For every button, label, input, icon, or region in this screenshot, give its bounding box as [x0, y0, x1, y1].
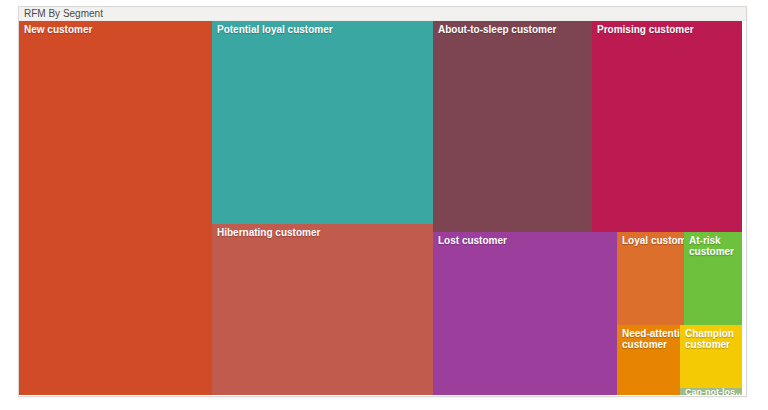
tile-label: Can-not-los… [680, 388, 742, 395]
tile-label: Potential loyal customer [212, 21, 433, 35]
tile-label-line: customer [622, 339, 680, 350]
treemap-tile-potential-loyal-customer[interactable]: Potential loyal customer [212, 21, 433, 224]
treemap-tile-lost-customer[interactable]: Lost customer [433, 232, 617, 395]
tile-label-line: Champion [685, 328, 742, 339]
visual-title: RFM By Segment [19, 8, 103, 19]
treemap-tile-champion-customer[interactable]: Champion customer [680, 325, 742, 388]
treemap-tile-can-not-lose-customer[interactable]: Can-not-los… [680, 388, 742, 395]
tile-label: Need-attenti… customer [617, 325, 680, 350]
tile-label-line: customer [689, 246, 742, 257]
tile-label-line: customer [685, 339, 742, 350]
tile-label: At-risk customer [684, 232, 742, 257]
treemap-tile-loyal-customer[interactable]: Loyal customer [617, 232, 684, 325]
visual-header: RFM By Segment [19, 7, 746, 21]
tile-label: About-to-sleep customer [433, 21, 592, 35]
tile-label: Hibernating customer [212, 224, 433, 238]
treemap-tile-need-attention-customer[interactable]: Need-attenti… customer [617, 325, 680, 395]
tile-label: New customer [19, 21, 212, 35]
treemap-tile-about-to-sleep-customer[interactable]: About-to-sleep customer [433, 21, 592, 232]
treemap-tile-promising-customer[interactable]: Promising customer [592, 21, 742, 232]
treemap-tile-at-risk-customer[interactable]: At-risk customer [684, 232, 742, 325]
tile-label: Promising customer [592, 21, 742, 35]
tile-label-line: At-risk [689, 235, 742, 246]
tile-label: Champion customer [680, 325, 742, 350]
treemap-chart: New customer Potential loyal customer Hi… [19, 21, 742, 395]
treemap-tile-new-customer[interactable]: New customer [19, 21, 212, 395]
tile-label: Loyal customer [617, 232, 684, 246]
rfm-treemap-visual-card: RFM By Segment New customer Potential lo… [18, 6, 747, 397]
tile-label-line: Need-attenti… [622, 328, 680, 339]
tile-label: Lost customer [433, 232, 617, 246]
treemap-tile-hibernating-customer[interactable]: Hibernating customer [212, 224, 433, 395]
